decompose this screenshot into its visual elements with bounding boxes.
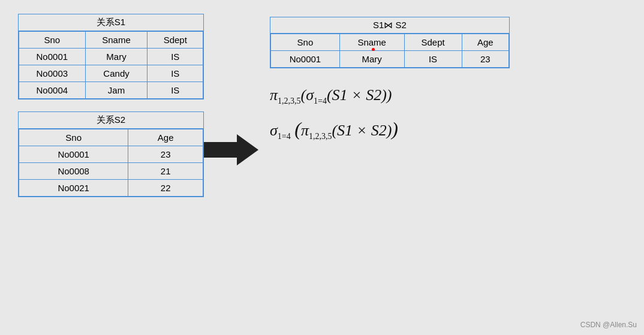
arrow-container [204,0,258,324]
result-table: Sno Sname Sdept Age No0001MaryIS23 [270,34,509,68]
s2-title: 关系S2 [19,112,203,129]
table-cell: 21 [128,163,203,180]
s2-table: Sno Age No000123No000821No002122 [19,129,203,197]
table-cell: No0008 [19,163,128,180]
table-cell: Jam [85,82,148,99]
result-header-row: Sno Sname Sdept Age [271,34,509,51]
s1-table-wrap: 关系S1 Sno Sname Sdept No0001MaryISNo0003C… [18,14,204,99]
table-row: No002122 [19,180,203,197]
result-title: S1⋈ S2 [270,17,509,34]
result-col-sno: Sno [271,34,340,51]
table-cell: 22 [128,180,203,197]
table-cell: No0001 [19,49,86,65]
table-cell: 23 [462,51,508,68]
table-cell: IS [148,82,203,99]
s1-col-sdept: Sdept [148,32,203,49]
table-cell: IS [148,49,203,65]
table-cell: Candy [85,65,148,82]
s1-title: 关系S1 [19,14,203,31]
table-row: No000821 [19,163,203,180]
s2-col-age: Age [128,129,203,146]
table-row: No000123 [19,146,203,163]
s2-col-sno: Sno [19,129,128,146]
left-panel: 关系S1 Sno Sname Sdept No0001MaryISNo0003C… [18,11,204,324]
table-cell: IS [404,51,462,68]
result-table-wrap: S1⋈ S2 Sno Sname Sdept Age No0001MaryIS2… [270,17,510,68]
result-col-sdept: Sdept [404,34,462,51]
formula-2: σ1=4 (π1,2,3,5(S1 × S2)) [270,118,626,141]
table-cell: No0004 [19,82,86,99]
s1-table: Sno Sname Sdept No0001MaryISNo0003CandyI… [19,31,203,99]
result-col-age: Age [462,34,508,51]
table-row: No0001MaryIS [19,49,203,65]
table-cell: No0001 [271,51,340,68]
formula-1: π1,2,3,5(σ1=4(S1 × S2)) [270,86,626,106]
table-cell: No0003 [19,65,86,82]
s1-col-sno: Sno [19,32,86,49]
table-row: No0004JamIS [19,82,203,99]
table-cell: 23 [128,146,203,163]
table-cell: Mary [85,49,148,65]
table-cell: Mary [339,51,404,68]
s2-table-wrap: 关系S2 Sno Age No000123No000821No002122 [18,111,204,197]
table-cell: IS [148,65,203,82]
table-row: No0001MaryIS23 [271,51,509,68]
table-row: No0003CandyIS [19,65,203,82]
formula-section: π1,2,3,5(σ1=4(S1 × S2)) σ1=4 (π1,2,3,5(S… [270,86,626,141]
watermark: CSDN @Allen.Su [580,321,637,329]
table-cell: No0021 [19,180,128,197]
s1-col-sname: Sname [85,32,148,49]
table-cell: No0001 [19,146,128,163]
right-panel: S1⋈ S2 Sno Sname Sdept Age No0001MaryIS2… [258,11,626,324]
s2-header-row: Sno Age [19,129,203,146]
s1-header-row: Sno Sname Sdept [19,32,203,49]
red-dot [372,48,375,51]
